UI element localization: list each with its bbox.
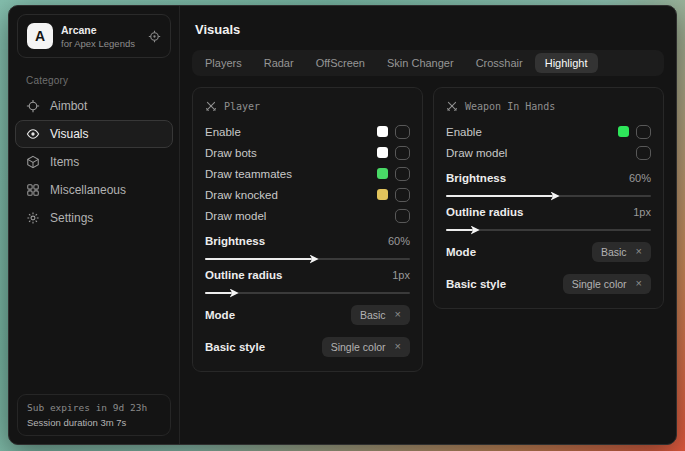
color-swatch[interactable] — [377, 168, 388, 179]
slider-track[interactable] — [446, 195, 651, 197]
tab-skin-changer[interactable]: Skin Changer — [377, 53, 464, 73]
checkbox[interactable] — [636, 125, 651, 139]
slider-value: 1px — [392, 269, 410, 281]
toggle-label: Enable — [205, 126, 241, 138]
sidebar-item-items[interactable]: Items — [15, 148, 173, 176]
slider-fill — [205, 292, 232, 294]
toggle-label: Enable — [446, 126, 482, 138]
select-label: Mode — [205, 309, 235, 321]
settings-gear-icon — [26, 211, 40, 225]
checkbox[interactable] — [395, 125, 410, 139]
session-duration-text: Session duration 3m 7s — [27, 417, 161, 428]
category-label: Category — [26, 75, 179, 86]
app-name: Arcane — [61, 24, 135, 36]
panels-container: Player Enable Draw bots Draw teammates D… — [192, 87, 664, 372]
toggle-label: Draw model — [446, 147, 507, 159]
panel-rows: Enable Draw bots Draw teammates Draw kno… — [205, 121, 410, 358]
aimbot-crosshair-icon — [26, 99, 40, 113]
select-label: Basic style — [205, 341, 265, 353]
tab-highlight[interactable]: Highlight — [535, 53, 598, 73]
slider-fill — [446, 229, 473, 231]
slider-label: Outline radius — [205, 269, 282, 281]
checkbox[interactable] — [395, 188, 410, 202]
toggle-row-draw-model: Draw model — [205, 205, 410, 226]
slider-track[interactable] — [446, 229, 651, 231]
sidebar: A Arcane for Apex Legends Category Aimbo… — [9, 6, 180, 444]
player-crossed-swords-icon — [205, 100, 217, 112]
sidebar-item-label: Items — [50, 155, 79, 169]
color-swatch[interactable] — [377, 126, 388, 137]
slider-value: 1px — [633, 206, 651, 218]
tab-bar: PlayersRadarOffScreenSkin ChangerCrossha… — [192, 50, 664, 76]
chip-close-icon[interactable]: × — [395, 341, 401, 352]
panel-weapon-in-hands: Weapon In Hands Enable Draw model Bright… — [433, 87, 664, 309]
checkbox[interactable] — [395, 146, 410, 160]
sidebar-item-aimbot[interactable]: Aimbot — [15, 92, 173, 120]
checkbox[interactable] — [636, 146, 651, 160]
items-cube-icon — [26, 155, 40, 169]
slider-track[interactable] — [205, 292, 410, 294]
select-chip-value: Single color — [331, 341, 386, 353]
tab-crosshair[interactable]: Crosshair — [466, 53, 533, 73]
sidebar-nav: Aimbot Visuals Items Miscellaneous Setti… — [9, 92, 179, 232]
chip-row-basic-style: Basic style Single color × — [446, 272, 651, 295]
checkbox[interactable] — [395, 167, 410, 181]
color-swatch[interactable] — [618, 126, 629, 137]
sidebar-item-visuals[interactable]: Visuals — [15, 120, 173, 148]
panel-title: Player — [224, 101, 260, 112]
tab-players[interactable]: Players — [195, 53, 252, 73]
weapon-crossed-swords-icon — [446, 100, 458, 112]
select-chip-value: Basic — [601, 246, 627, 258]
slider-label: Outline radius — [446, 206, 523, 218]
toggle-row-enable: Enable — [205, 121, 410, 142]
checkbox[interactable] — [395, 209, 410, 223]
slider-value: 60% — [388, 235, 410, 247]
color-swatch[interactable] — [377, 189, 388, 200]
chip-close-icon[interactable]: × — [395, 309, 401, 320]
select-chip[interactable]: Single color × — [563, 274, 651, 294]
sub-expires-text: Sub expires in 9d 23h — [27, 402, 161, 413]
panel-header: Weapon In Hands — [446, 100, 651, 112]
panel-title: Weapon In Hands — [465, 101, 555, 112]
toggle-row-draw-model: Draw model — [446, 142, 651, 163]
select-chip-value: Single color — [572, 278, 627, 290]
visuals-eye-icon — [26, 127, 40, 141]
slider-fill — [205, 258, 312, 260]
slider-value: 60% — [629, 172, 651, 184]
sidebar-item-miscellaneous[interactable]: Miscellaneous — [15, 176, 173, 204]
panel-player: Player Enable Draw bots Draw teammates D… — [192, 87, 423, 372]
app-subtitle: for Apex Legends — [61, 38, 135, 49]
chip-row-basic-style: Basic style Single color × — [205, 335, 410, 358]
toggle-row-draw-knocked: Draw knocked — [205, 184, 410, 205]
miscellaneous-grid-icon — [26, 183, 40, 197]
chip-close-icon[interactable]: × — [636, 246, 642, 257]
toggle-row-draw-bots: Draw bots — [205, 142, 410, 163]
main-area: Visuals PlayersRadarOffScreenSkin Change… — [180, 6, 676, 444]
target-icon[interactable] — [148, 30, 161, 43]
slider-track[interactable] — [205, 258, 410, 260]
slider-row-outline-radius: Outline radius 1px — [205, 267, 410, 294]
toggle-label: Draw teammates — [205, 168, 292, 180]
sidebar-item-label: Miscellaneous — [50, 183, 126, 197]
chip-close-icon[interactable]: × — [636, 278, 642, 289]
select-label: Mode — [446, 246, 476, 258]
slider-row-outline-radius: Outline radius 1px — [446, 204, 651, 231]
slider-row-brightness: Brightness 60% — [446, 170, 651, 197]
tab-offscreen[interactable]: OffScreen — [306, 53, 375, 73]
chip-row-mode: Mode Basic × — [205, 303, 410, 326]
color-swatch[interactable] — [377, 147, 388, 158]
toggle-label: Draw knocked — [205, 189, 278, 201]
select-label: Basic style — [446, 278, 506, 290]
select-chip[interactable]: Single color × — [322, 337, 410, 357]
app-window: A Arcane for Apex Legends Category Aimbo… — [8, 5, 677, 445]
sidebar-item-label: Settings — [50, 211, 93, 225]
slider-label: Brightness — [205, 235, 265, 247]
sidebar-item-settings[interactable]: Settings — [15, 204, 173, 232]
tab-radar[interactable]: Radar — [254, 53, 304, 73]
page-title: Visuals — [195, 22, 664, 37]
select-chip[interactable]: Basic × — [351, 305, 410, 325]
sidebar-item-label: Visuals — [50, 127, 88, 141]
toggle-row-draw-teammates: Draw teammates — [205, 163, 410, 184]
slider-fill — [446, 195, 553, 197]
select-chip[interactable]: Basic × — [592, 242, 651, 262]
